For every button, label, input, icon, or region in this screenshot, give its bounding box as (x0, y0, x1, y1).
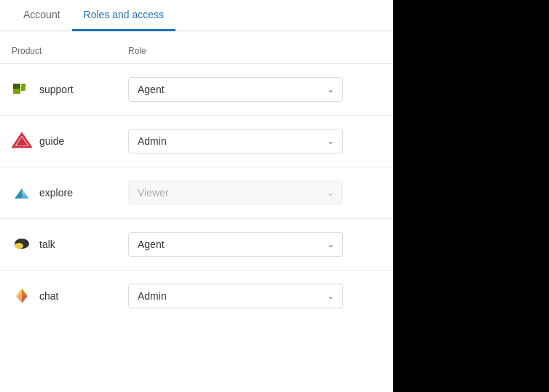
product-name-support: support (39, 84, 74, 95)
select-wrapper-support: Agent Admin Viewer ⌄ (128, 77, 343, 102)
table-row: talk Agent Admin Viewer ⌄ (0, 218, 392, 270)
role-select-talk[interactable]: Agent Admin Viewer (128, 232, 343, 257)
table-header: Product Role (0, 31, 392, 63)
page-container: Account Roles and access Product Role su… (0, 0, 549, 392)
right-panel (393, 0, 549, 392)
tab-bar: Account Roles and access (0, 0, 392, 31)
role-select-guide[interactable]: Agent Admin Viewer (128, 129, 343, 153)
role-select-wrapper-chat: Admin Agent Viewer ⌄ (128, 284, 381, 308)
role-select-wrapper-talk: Agent Admin Viewer ⌄ (128, 232, 381, 257)
column-header-product: Product (12, 46, 128, 56)
chat-icon (12, 286, 32, 306)
select-wrapper-explore: Viewer Agent Admin ⌄ (128, 180, 343, 205)
svg-marker-13 (22, 295, 28, 303)
role-select-explore: Viewer Agent Admin (128, 180, 343, 205)
svg-marker-14 (16, 295, 22, 303)
role-select-chat[interactable]: Admin Agent Viewer (128, 284, 343, 308)
product-name-chat: chat (39, 290, 58, 302)
product-info-chat: chat (12, 286, 128, 306)
role-select-wrapper-guide: Agent Admin Viewer ⌄ (128, 129, 381, 153)
tab-roles-access[interactable]: Roles and access (72, 0, 176, 31)
support-icon (12, 79, 32, 100)
select-wrapper-talk: Agent Admin Viewer ⌄ (128, 232, 343, 257)
role-select-support[interactable]: Agent Admin Viewer (128, 77, 343, 102)
column-header-role: Role (128, 46, 381, 56)
select-wrapper-chat: Admin Agent Viewer ⌄ (128, 284, 343, 308)
product-info-guide: guide (12, 131, 128, 151)
role-select-wrapper-explore: Viewer Agent Admin ⌄ (128, 180, 381, 205)
product-name-talk: talk (39, 239, 55, 250)
product-name-guide: guide (39, 135, 64, 147)
product-info-talk: talk (12, 234, 128, 255)
table-row: explore Viewer Agent Admin ⌄ (0, 167, 392, 218)
tab-account[interactable]: Account (12, 0, 72, 31)
table-row: guide Agent Admin Viewer ⌄ (0, 115, 392, 167)
svg-point-10 (15, 243, 23, 249)
product-info-support: support (12, 79, 128, 100)
guide-icon (12, 131, 32, 151)
table-row: support Agent Admin Viewer ⌄ (0, 63, 392, 115)
product-name-explore: explore (39, 187, 73, 199)
product-info-explore: explore (12, 183, 128, 203)
select-wrapper-guide: Agent Admin Viewer ⌄ (128, 129, 343, 153)
talk-icon (12, 234, 32, 255)
svg-rect-2 (21, 84, 26, 91)
role-select-wrapper-support: Agent Admin Viewer ⌄ (128, 77, 381, 102)
table-row: chat Admin Agent Viewer ⌄ (0, 270, 392, 321)
main-content: Account Roles and access Product Role su… (0, 0, 393, 392)
svg-rect-1 (13, 84, 20, 89)
explore-icon (12, 183, 32, 203)
